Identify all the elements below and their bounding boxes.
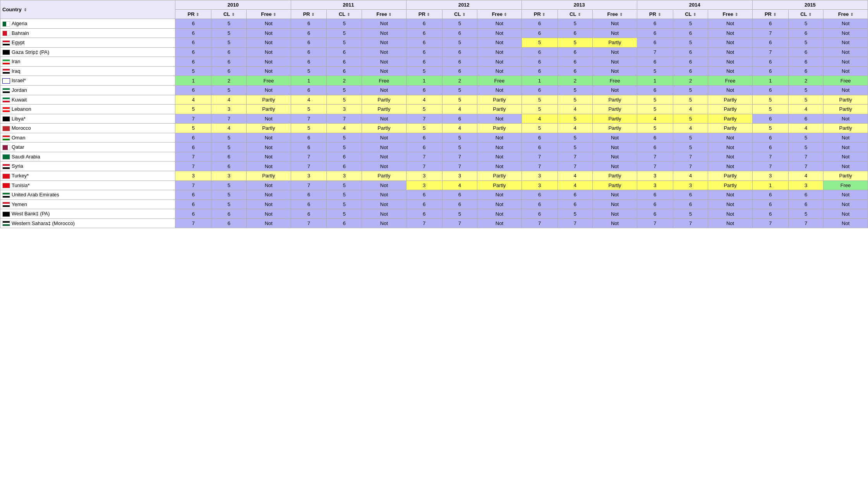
- table-body: Algeria65Not65Not65Not65Not65Not65NotBah…: [0, 19, 868, 228]
- cell-bh-0-cl: 5: [211, 28, 247, 38]
- cell-bh-0-pr: 6: [175, 28, 211, 38]
- cell-ma-4-pr: 5: [637, 124, 673, 133]
- subcol-2014-free[interactable]: Free ⇕: [708, 10, 752, 19]
- cell-ps-wb-1-pr: 6: [291, 209, 327, 219]
- cell-qa-2-cl: 5: [442, 143, 477, 152]
- cell-eh-1-cl: 6: [327, 218, 362, 228]
- cell-dz-2-cl: 5: [442, 19, 477, 29]
- cell-ma-5-pr: 5: [752, 124, 788, 133]
- cell-ps-g-2-pr: 6: [406, 47, 442, 57]
- cell-ye-3-pr: 6: [521, 199, 558, 209]
- cell-lb-5-free: Partly: [823, 105, 868, 114]
- cell-ps-wb-4-free: Not: [708, 209, 752, 219]
- cell-sy-0-pr: 7: [175, 162, 211, 171]
- flag-ma: [2, 126, 10, 131]
- cell-sa-5-free: Not: [823, 152, 868, 162]
- country-cell-ps-g: Gaza Strip‡ (PA): [0, 47, 175, 57]
- subcol-2011-pr[interactable]: PR ⇕: [291, 10, 327, 19]
- cell-lb-0-pr: 5: [175, 105, 211, 114]
- cell-eg-5-cl: 5: [788, 38, 823, 48]
- cell-tn-4-pr: 3: [637, 180, 673, 190]
- cell-kw-1-free: Partly: [362, 95, 406, 105]
- cell-iq-3-free: Not: [593, 66, 637, 76]
- flag-bh: [2, 31, 10, 36]
- cell-sy-5-cl: 7: [788, 162, 823, 171]
- cell-ps-g-0-free: Not: [247, 47, 291, 57]
- cell-ly-1-pr: 7: [291, 114, 327, 124]
- cell-ps-wb-3-cl: 5: [558, 209, 593, 219]
- subcol-2012-cl[interactable]: CL ⇕: [442, 10, 477, 19]
- sort-icon[interactable]: ⇕: [24, 8, 27, 12]
- cell-tr-4-cl: 4: [673, 171, 708, 181]
- country-cell-ir: Iran: [0, 57, 175, 67]
- cell-ly-4-free: Partly: [708, 114, 752, 124]
- cell-om-3-cl: 5: [558, 133, 593, 143]
- subcol-2013-pr[interactable]: PR ⇕: [521, 10, 558, 19]
- subcol-2014-cl[interactable]: CL ⇕: [673, 10, 708, 19]
- subcol-2010-free[interactable]: Free ⇕: [247, 10, 291, 19]
- country-cell-ye: Yemen: [0, 199, 175, 209]
- cell-il-2-cl: 2: [442, 76, 477, 86]
- cell-ir-5-cl: 6: [788, 57, 823, 67]
- cell-ma-4-cl: 4: [673, 124, 708, 133]
- subcol-2015-pr[interactable]: PR ⇕: [752, 10, 788, 19]
- subcol-2011-free[interactable]: Free ⇕: [362, 10, 406, 19]
- cell-lb-2-cl: 4: [442, 105, 477, 114]
- cell-kw-4-free: Partly: [708, 95, 752, 105]
- cell-jo-4-pr: 6: [637, 85, 673, 95]
- cell-ir-3-free: Not: [593, 57, 637, 67]
- subcol-2010-cl[interactable]: CL ⇕: [211, 10, 247, 19]
- cell-ye-2-free: Not: [477, 199, 521, 209]
- cell-om-5-free: Not: [823, 133, 868, 143]
- subcol-2014-pr[interactable]: PR ⇕: [637, 10, 673, 19]
- cell-dz-1-free: Not: [362, 19, 406, 29]
- cell-tn-0-cl: 5: [211, 180, 247, 190]
- cell-tr-3-free: Partly: [593, 171, 637, 181]
- flag-ly: [2, 116, 10, 122]
- cell-ir-2-free: Not: [477, 57, 521, 67]
- country-header[interactable]: Country ⇕: [0, 0, 175, 19]
- cell-ir-4-cl: 6: [673, 57, 708, 67]
- cell-eh-2-pr: 7: [406, 218, 442, 228]
- cell-ae-5-free: Not: [823, 190, 868, 200]
- cell-sa-2-free: Not: [477, 152, 521, 162]
- flag-ps-wb: [2, 211, 10, 217]
- cell-dz-4-cl: 5: [673, 19, 708, 29]
- country-name: Morocco: [12, 125, 31, 131]
- cell-ir-3-cl: 6: [558, 57, 593, 67]
- table-row: Iran66Not66Not66Not66Not66Not66Not: [0, 57, 868, 67]
- cell-sy-1-cl: 6: [327, 162, 362, 171]
- subcol-2015-free[interactable]: Free ⇕: [823, 10, 868, 19]
- cell-ae-2-free: Not: [477, 190, 521, 200]
- cell-om-0-pr: 6: [175, 133, 211, 143]
- cell-lb-0-cl: 3: [211, 105, 247, 114]
- subcol-2011-cl[interactable]: CL ⇕: [327, 10, 362, 19]
- cell-ps-wb-4-cl: 5: [673, 209, 708, 219]
- cell-ps-g-0-cl: 6: [211, 47, 247, 57]
- subcol-2013-cl[interactable]: CL ⇕: [558, 10, 593, 19]
- cell-jo-0-free: Not: [247, 85, 291, 95]
- cell-eh-0-cl: 6: [211, 218, 247, 228]
- cell-eh-5-cl: 7: [788, 218, 823, 228]
- country-cell-il: Israel*: [0, 76, 175, 86]
- cell-ps-wb-5-cl: 5: [788, 209, 823, 219]
- cell-tr-1-pr: 3: [291, 171, 327, 181]
- cell-dz-5-free: Not: [823, 19, 868, 29]
- cell-kw-5-cl: 5: [788, 95, 823, 105]
- subcol-2015-cl[interactable]: CL ⇕: [788, 10, 823, 19]
- cell-tn-4-cl: 3: [673, 180, 708, 190]
- cell-ma-2-cl: 4: [442, 124, 477, 133]
- cell-ye-4-free: Not: [708, 199, 752, 209]
- cell-dz-2-free: Not: [477, 19, 521, 29]
- cell-lb-1-free: Partly: [362, 105, 406, 114]
- cell-il-2-free: Free: [477, 76, 521, 86]
- subcol-2013-free[interactable]: Free ⇕: [593, 10, 637, 19]
- subcol-2012-pr[interactable]: PR ⇕: [406, 10, 442, 19]
- cell-sa-0-cl: 6: [211, 152, 247, 162]
- cell-jo-2-pr: 6: [406, 85, 442, 95]
- cell-qa-3-free: Not: [593, 143, 637, 152]
- cell-eh-2-cl: 7: [442, 218, 477, 228]
- subcol-2010-pr[interactable]: PR ⇕: [175, 10, 211, 19]
- subcol-2012-free[interactable]: Free ⇕: [477, 10, 521, 19]
- cell-sy-2-free: Not: [477, 162, 521, 171]
